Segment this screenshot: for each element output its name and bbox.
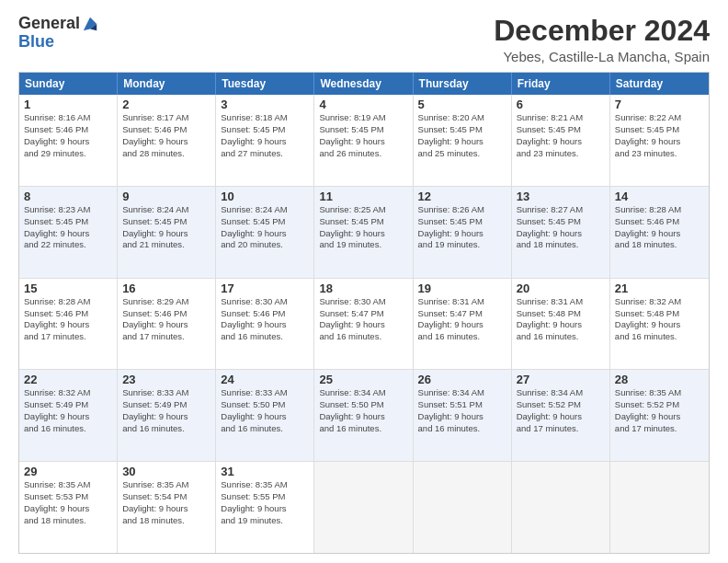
title-section: December 2024 Yebes, Castille-La Mancha,… <box>494 15 710 64</box>
cell-day-number: 6 <box>517 98 605 111</box>
cal-cell: 18Sunrise: 8:30 AM Sunset: 5:47 PM Dayli… <box>314 279 413 370</box>
cal-cell: 16Sunrise: 8:29 AM Sunset: 5:46 PM Dayli… <box>118 279 216 370</box>
cal-cell: 31Sunrise: 8:35 AM Sunset: 5:55 PM Dayli… <box>216 462 314 553</box>
cell-day-number: 28 <box>615 373 704 386</box>
calendar-header: SundayMondayTuesdayWednesdayThursdayFrid… <box>19 73 709 95</box>
cell-info: Sunrise: 8:31 AM Sunset: 5:47 PM Dayligh… <box>418 296 506 343</box>
cal-header-day: Sunday <box>19 73 118 95</box>
cell-info: Sunrise: 8:18 AM Sunset: 5:45 PM Dayligh… <box>221 112 309 159</box>
cell-info: Sunrise: 8:32 AM Sunset: 5:49 PM Dayligh… <box>24 387 112 434</box>
cell-day-number: 24 <box>221 373 309 386</box>
cal-header-day: Wednesday <box>314 73 413 95</box>
cell-info: Sunrise: 8:19 AM Sunset: 5:45 PM Dayligh… <box>319 112 407 159</box>
cal-week-row: 8Sunrise: 8:23 AM Sunset: 5:45 PM Daylig… <box>19 187 709 279</box>
cell-day-number: 31 <box>221 465 309 478</box>
cell-day-number: 3 <box>221 98 309 111</box>
cell-info: Sunrise: 8:33 AM Sunset: 5:49 PM Dayligh… <box>122 387 210 434</box>
cell-day-number: 19 <box>418 282 506 295</box>
cell-info: Sunrise: 8:28 AM Sunset: 5:46 PM Dayligh… <box>615 204 704 251</box>
cell-day-number: 20 <box>517 282 605 295</box>
logo-text-blue: Blue <box>18 33 98 52</box>
cell-day-number: 18 <box>319 282 407 295</box>
cell-info: Sunrise: 8:34 AM Sunset: 5:50 PM Dayligh… <box>319 387 407 434</box>
cell-info: Sunrise: 8:32 AM Sunset: 5:48 PM Dayligh… <box>615 296 704 343</box>
cell-info: Sunrise: 8:29 AM Sunset: 5:46 PM Dayligh… <box>122 296 210 343</box>
cal-cell: 19Sunrise: 8:31 AM Sunset: 5:47 PM Dayli… <box>414 279 512 370</box>
cal-cell <box>314 462 413 553</box>
cell-day-number: 17 <box>221 282 309 295</box>
cell-info: Sunrise: 8:30 AM Sunset: 5:47 PM Dayligh… <box>319 296 407 343</box>
cal-cell: 14Sunrise: 8:28 AM Sunset: 5:46 PM Dayli… <box>610 187 709 278</box>
cal-week-row: 22Sunrise: 8:32 AM Sunset: 5:49 PM Dayli… <box>19 370 709 462</box>
cell-info: Sunrise: 8:33 AM Sunset: 5:50 PM Dayligh… <box>221 387 309 434</box>
cal-cell: 11Sunrise: 8:25 AM Sunset: 5:45 PM Dayli… <box>314 187 413 278</box>
cal-cell: 10Sunrise: 8:24 AM Sunset: 5:45 PM Dayli… <box>216 187 314 278</box>
cell-day-number: 9 <box>122 190 210 203</box>
cal-cell: 15Sunrise: 8:28 AM Sunset: 5:46 PM Dayli… <box>19 279 118 370</box>
cal-cell: 25Sunrise: 8:34 AM Sunset: 5:50 PM Dayli… <box>314 370 413 461</box>
cell-info: Sunrise: 8:34 AM Sunset: 5:51 PM Dayligh… <box>418 387 506 434</box>
logo-icon <box>82 16 98 32</box>
cal-cell: 1Sunrise: 8:16 AM Sunset: 5:46 PM Daylig… <box>19 95 118 186</box>
cell-info: Sunrise: 8:35 AM Sunset: 5:52 PM Dayligh… <box>615 387 704 434</box>
cell-info: Sunrise: 8:25 AM Sunset: 5:45 PM Dayligh… <box>319 204 407 251</box>
cal-cell: 2Sunrise: 8:17 AM Sunset: 5:46 PM Daylig… <box>118 95 216 186</box>
cal-cell: 12Sunrise: 8:26 AM Sunset: 5:45 PM Dayli… <box>414 187 512 278</box>
cal-header-day: Monday <box>118 73 216 95</box>
cell-day-number: 7 <box>615 98 704 111</box>
cell-info: Sunrise: 8:23 AM Sunset: 5:45 PM Dayligh… <box>24 204 112 251</box>
cell-info: Sunrise: 8:34 AM Sunset: 5:52 PM Dayligh… <box>517 387 605 434</box>
cell-day-number: 4 <box>319 98 407 111</box>
header: General Blue December 2024 Yebes, Castil… <box>18 15 710 64</box>
logo: General Blue <box>18 15 98 52</box>
page: General Blue December 2024 Yebes, Castil… <box>0 0 728 563</box>
subtitle: Yebes, Castille-La Mancha, Spain <box>494 49 710 64</box>
cal-cell: 26Sunrise: 8:34 AM Sunset: 5:51 PM Dayli… <box>414 370 512 461</box>
cell-day-number: 13 <box>517 190 605 203</box>
cell-info: Sunrise: 8:35 AM Sunset: 5:54 PM Dayligh… <box>122 479 210 526</box>
cell-day-number: 29 <box>24 465 112 478</box>
cal-cell: 17Sunrise: 8:30 AM Sunset: 5:46 PM Dayli… <box>216 279 314 370</box>
cell-day-number: 16 <box>122 282 210 295</box>
main-title: December 2024 <box>494 15 710 47</box>
cell-day-number: 27 <box>517 373 605 386</box>
cell-day-number: 25 <box>319 373 407 386</box>
cell-info: Sunrise: 8:24 AM Sunset: 5:45 PM Dayligh… <box>122 204 210 251</box>
cal-cell: 21Sunrise: 8:32 AM Sunset: 5:48 PM Dayli… <box>610 279 709 370</box>
cal-week-row: 15Sunrise: 8:28 AM Sunset: 5:46 PM Dayli… <box>19 279 709 371</box>
cell-info: Sunrise: 8:20 AM Sunset: 5:45 PM Dayligh… <box>418 112 506 159</box>
cal-week-row: 29Sunrise: 8:35 AM Sunset: 5:53 PM Dayli… <box>19 462 709 553</box>
cell-day-number: 22 <box>24 373 112 386</box>
cell-info: Sunrise: 8:28 AM Sunset: 5:46 PM Dayligh… <box>24 296 112 343</box>
cell-day-number: 8 <box>24 190 112 203</box>
cell-day-number: 21 <box>615 282 704 295</box>
cell-info: Sunrise: 8:21 AM Sunset: 5:45 PM Dayligh… <box>517 112 605 159</box>
cell-day-number: 10 <box>221 190 309 203</box>
cell-day-number: 15 <box>24 282 112 295</box>
cal-cell: 5Sunrise: 8:20 AM Sunset: 5:45 PM Daylig… <box>414 95 512 186</box>
cell-day-number: 26 <box>418 373 506 386</box>
cal-header-day: Saturday <box>610 73 709 95</box>
cell-day-number: 30 <box>122 465 210 478</box>
cell-info: Sunrise: 8:30 AM Sunset: 5:46 PM Dayligh… <box>221 296 309 343</box>
cell-info: Sunrise: 8:26 AM Sunset: 5:45 PM Dayligh… <box>418 204 506 251</box>
cell-info: Sunrise: 8:35 AM Sunset: 5:55 PM Dayligh… <box>221 479 309 526</box>
logo-text-general: General <box>18 15 80 33</box>
cal-cell: 28Sunrise: 8:35 AM Sunset: 5:52 PM Dayli… <box>610 370 709 461</box>
cell-info: Sunrise: 8:17 AM Sunset: 5:46 PM Dayligh… <box>122 112 210 159</box>
calendar: SundayMondayTuesdayWednesdayThursdayFrid… <box>18 72 710 554</box>
calendar-body: 1Sunrise: 8:16 AM Sunset: 5:46 PM Daylig… <box>19 95 709 553</box>
cell-info: Sunrise: 8:24 AM Sunset: 5:45 PM Dayligh… <box>221 204 309 251</box>
cell-day-number: 5 <box>418 98 506 111</box>
cal-header-day: Thursday <box>414 73 512 95</box>
cal-header-day: Tuesday <box>216 73 314 95</box>
cell-day-number: 14 <box>615 190 704 203</box>
cell-info: Sunrise: 8:35 AM Sunset: 5:53 PM Dayligh… <box>24 479 112 526</box>
cal-week-row: 1Sunrise: 8:16 AM Sunset: 5:46 PM Daylig… <box>19 95 709 187</box>
cal-cell: 27Sunrise: 8:34 AM Sunset: 5:52 PM Dayli… <box>512 370 610 461</box>
cell-info: Sunrise: 8:22 AM Sunset: 5:45 PM Dayligh… <box>615 112 704 159</box>
cal-cell: 3Sunrise: 8:18 AM Sunset: 5:45 PM Daylig… <box>216 95 314 186</box>
cal-cell: 4Sunrise: 8:19 AM Sunset: 5:45 PM Daylig… <box>314 95 413 186</box>
cal-cell <box>512 462 610 553</box>
cal-cell: 22Sunrise: 8:32 AM Sunset: 5:49 PM Dayli… <box>19 370 118 461</box>
